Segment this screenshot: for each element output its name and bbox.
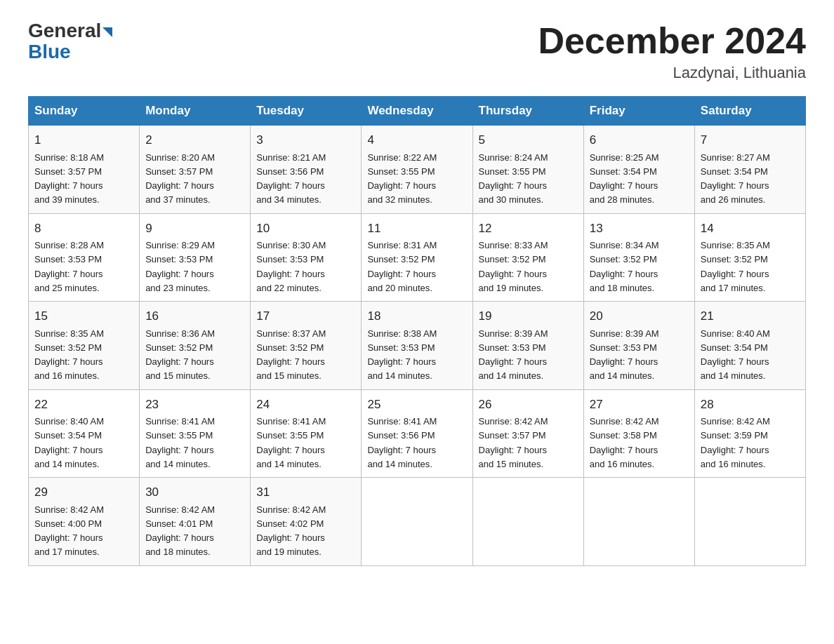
col-header-friday: Friday — [583, 97, 694, 126]
day-info: Sunrise: 8:41 AMSunset: 3:56 PMDaylight:… — [367, 416, 437, 469]
calendar-cell: 5 Sunrise: 8:24 AMSunset: 3:55 PMDayligh… — [472, 126, 583, 214]
day-number: 14 — [701, 220, 800, 238]
calendar-header-row: SundayMondayTuesdayWednesdayThursdayFrid… — [29, 97, 806, 126]
day-number: 30 — [145, 483, 244, 502]
calendar-cell: 28 Sunrise: 8:42 AMSunset: 3:59 PMDaylig… — [694, 389, 805, 478]
col-header-sunday: Sunday — [29, 97, 140, 126]
logo-line1: General — [28, 21, 112, 41]
day-info: Sunrise: 8:27 AMSunset: 3:54 PMDaylight:… — [701, 152, 770, 206]
day-number: 24 — [256, 396, 355, 414]
day-number: 18 — [367, 307, 466, 326]
day-number: 28 — [701, 396, 800, 414]
day-number: 23 — [145, 396, 244, 414]
day-info: Sunrise: 8:38 AMSunset: 3:53 PMDaylight:… — [367, 328, 437, 382]
day-info: Sunrise: 8:42 AMSunset: 3:57 PMDaylight:… — [479, 416, 548, 469]
calendar-cell — [472, 478, 583, 566]
day-number: 29 — [34, 483, 133, 502]
col-header-tuesday: Tuesday — [251, 97, 362, 126]
day-info: Sunrise: 8:35 AMSunset: 3:52 PMDaylight:… — [34, 328, 104, 382]
week-row-2: 8 Sunrise: 8:28 AMSunset: 3:53 PMDayligh… — [29, 213, 806, 302]
logo: General Blue — [28, 21, 112, 62]
calendar-cell: 25 Sunrise: 8:41 AMSunset: 3:56 PMDaylig… — [362, 389, 472, 478]
calendar-cell: 18 Sunrise: 8:38 AMSunset: 3:53 PMDaylig… — [362, 302, 472, 390]
day-number: 2 — [145, 131, 244, 149]
col-header-thursday: Thursday — [472, 97, 583, 126]
day-info: Sunrise: 8:36 AMSunset: 3:52 PMDaylight:… — [145, 328, 215, 382]
calendar-cell: 24 Sunrise: 8:41 AMSunset: 3:55 PMDaylig… — [251, 389, 362, 478]
day-info: Sunrise: 8:24 AMSunset: 3:55 PMDaylight:… — [479, 152, 548, 206]
calendar-cell: 29 Sunrise: 8:42 AMSunset: 4:00 PMDaylig… — [29, 478, 140, 566]
day-info: Sunrise: 8:30 AMSunset: 3:53 PMDaylight:… — [256, 240, 326, 293]
day-number: 6 — [590, 131, 689, 149]
calendar-body: 1 Sunrise: 8:18 AMSunset: 3:57 PMDayligh… — [29, 126, 806, 566]
calendar-cell: 3 Sunrise: 8:21 AMSunset: 3:56 PMDayligh… — [251, 126, 362, 214]
day-number: 12 — [479, 220, 578, 238]
day-number: 1 — [34, 131, 133, 149]
calendar-cell: 10 Sunrise: 8:30 AMSunset: 3:53 PMDaylig… — [251, 213, 362, 302]
day-number: 26 — [479, 396, 578, 414]
day-info: Sunrise: 8:39 AMSunset: 3:53 PMDaylight:… — [479, 328, 548, 382]
title-area: December 2024 Lazdynai, Lithuania — [538, 21, 806, 82]
calendar-cell: 26 Sunrise: 8:42 AMSunset: 3:57 PMDaylig… — [472, 389, 583, 478]
logo-line2: Blue — [28, 42, 71, 62]
calendar-cell: 31 Sunrise: 8:42 AMSunset: 4:02 PMDaylig… — [251, 478, 362, 566]
day-info: Sunrise: 8:18 AMSunset: 3:57 PMDaylight:… — [34, 152, 104, 206]
day-info: Sunrise: 8:42 AMSunset: 4:02 PMDaylight:… — [256, 504, 326, 558]
day-info: Sunrise: 8:39 AMSunset: 3:53 PMDaylight:… — [590, 328, 659, 382]
calendar-cell: 9 Sunrise: 8:29 AMSunset: 3:53 PMDayligh… — [140, 213, 251, 302]
month-title: December 2024 — [538, 21, 806, 61]
day-number: 25 — [367, 396, 466, 414]
day-number: 16 — [145, 307, 244, 326]
week-row-4: 22 Sunrise: 8:40 AMSunset: 3:54 PMDaylig… — [29, 389, 806, 478]
day-number: 3 — [256, 131, 355, 149]
calendar-cell: 27 Sunrise: 8:42 AMSunset: 3:58 PMDaylig… — [583, 389, 694, 478]
day-info: Sunrise: 8:31 AMSunset: 3:52 PMDaylight:… — [367, 240, 437, 293]
page-header: General Blue December 2024 Lazdynai, Lit… — [28, 21, 806, 82]
calendar-cell: 17 Sunrise: 8:37 AMSunset: 3:52 PMDaylig… — [251, 302, 362, 390]
calendar-cell: 21 Sunrise: 8:40 AMSunset: 3:54 PMDaylig… — [694, 302, 805, 390]
calendar-cell: 15 Sunrise: 8:35 AMSunset: 3:52 PMDaylig… — [29, 302, 140, 390]
day-number: 19 — [479, 307, 578, 326]
day-info: Sunrise: 8:35 AMSunset: 3:52 PMDaylight:… — [701, 240, 770, 293]
calendar-cell: 6 Sunrise: 8:25 AMSunset: 3:54 PMDayligh… — [583, 126, 694, 214]
day-number: 4 — [367, 131, 466, 149]
day-info: Sunrise: 8:20 AMSunset: 3:57 PMDaylight:… — [145, 152, 215, 206]
calendar-cell: 19 Sunrise: 8:39 AMSunset: 3:53 PMDaylig… — [472, 302, 583, 390]
day-number: 8 — [34, 220, 133, 238]
day-info: Sunrise: 8:42 AMSunset: 4:01 PMDaylight:… — [145, 504, 215, 558]
calendar-cell: 12 Sunrise: 8:33 AMSunset: 3:52 PMDaylig… — [472, 213, 583, 302]
calendar-cell: 20 Sunrise: 8:39 AMSunset: 3:53 PMDaylig… — [583, 302, 694, 390]
day-info: Sunrise: 8:40 AMSunset: 3:54 PMDaylight:… — [34, 416, 104, 469]
day-number: 20 — [590, 307, 689, 326]
day-info: Sunrise: 8:21 AMSunset: 3:56 PMDaylight:… — [256, 152, 326, 206]
day-number: 13 — [590, 220, 689, 238]
day-number: 31 — [256, 483, 355, 502]
calendar-cell: 30 Sunrise: 8:42 AMSunset: 4:01 PMDaylig… — [140, 478, 251, 566]
col-header-monday: Monday — [140, 97, 251, 126]
calendar-cell: 7 Sunrise: 8:27 AMSunset: 3:54 PMDayligh… — [694, 126, 805, 214]
day-info: Sunrise: 8:33 AMSunset: 3:52 PMDaylight:… — [479, 240, 548, 293]
calendar-cell — [583, 478, 694, 566]
day-info: Sunrise: 8:40 AMSunset: 3:54 PMDaylight:… — [701, 328, 770, 382]
day-number: 5 — [479, 131, 578, 149]
col-header-wednesday: Wednesday — [362, 97, 472, 126]
day-info: Sunrise: 8:29 AMSunset: 3:53 PMDaylight:… — [145, 240, 215, 293]
calendar-cell: 23 Sunrise: 8:41 AMSunset: 3:55 PMDaylig… — [140, 389, 251, 478]
day-number: 10 — [256, 220, 355, 238]
day-info: Sunrise: 8:25 AMSunset: 3:54 PMDaylight:… — [590, 152, 659, 206]
calendar-cell: 16 Sunrise: 8:36 AMSunset: 3:52 PMDaylig… — [140, 302, 251, 390]
day-number: 9 — [145, 220, 244, 238]
day-number: 11 — [367, 220, 466, 238]
week-row-1: 1 Sunrise: 8:18 AMSunset: 3:57 PMDayligh… — [29, 126, 806, 214]
day-number: 17 — [256, 307, 355, 326]
week-row-3: 15 Sunrise: 8:35 AMSunset: 3:52 PMDaylig… — [29, 302, 806, 390]
day-number: 15 — [34, 307, 133, 326]
day-info: Sunrise: 8:42 AMSunset: 3:58 PMDaylight:… — [590, 416, 659, 469]
day-info: Sunrise: 8:22 AMSunset: 3:55 PMDaylight:… — [367, 152, 437, 206]
day-info: Sunrise: 8:42 AMSunset: 3:59 PMDaylight:… — [701, 416, 770, 469]
location: Lazdynai, Lithuania — [538, 64, 806, 82]
day-number: 7 — [701, 131, 800, 149]
day-info: Sunrise: 8:42 AMSunset: 4:00 PMDaylight:… — [34, 504, 104, 558]
calendar-cell: 11 Sunrise: 8:31 AMSunset: 3:52 PMDaylig… — [362, 213, 472, 302]
day-number: 27 — [590, 396, 689, 414]
